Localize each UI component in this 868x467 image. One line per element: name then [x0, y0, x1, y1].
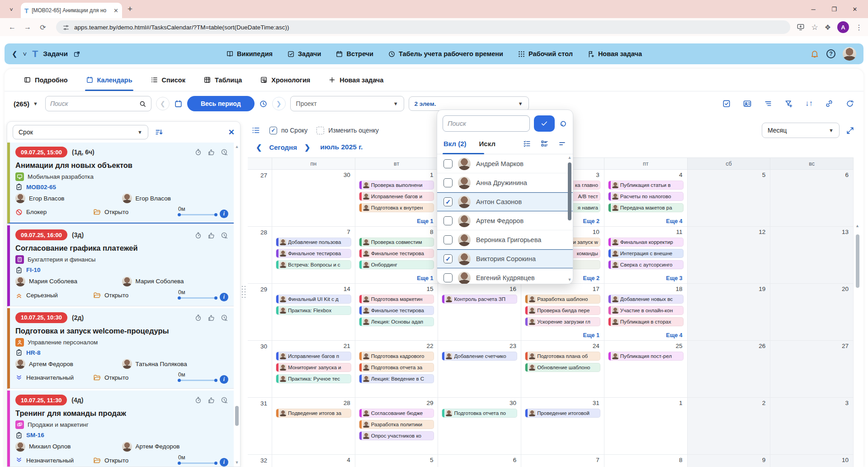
user-card-icon[interactable] — [743, 99, 752, 108]
tab-search-chevron-icon[interactable]: ˅ — [5, 4, 17, 15]
progress-slider[interactable] — [178, 380, 217, 381]
back-icon[interactable]: ← — [5, 20, 19, 34]
assignee[interactable]: Артем Федоров — [15, 359, 122, 369]
refresh-icon[interactable] — [845, 99, 854, 108]
tab-calendar[interactable]: Календарь — [86, 69, 132, 91]
sort-icon[interactable]: ↓↑ — [805, 100, 813, 108]
select-all-icon[interactable] — [523, 139, 531, 148]
checkbox-icon[interactable] — [443, 216, 453, 225]
checkbox-checked-icon[interactable]: ✓ — [443, 254, 453, 263]
thumbs-up-icon[interactable] — [208, 396, 215, 404]
calendar-event[interactable]: Онбординг — [359, 260, 434, 269]
assignee[interactable]: Михаил Орлов — [15, 442, 122, 452]
clock-icon[interactable] — [259, 99, 268, 108]
info-icon[interactable]: i — [220, 375, 228, 384]
task-title[interactable]: Подготовка и запуск welcome-процедуры — [15, 327, 228, 335]
nav-item-tasks[interactable]: Задачи — [287, 50, 321, 58]
user-filter-row[interactable]: ✓Антон Сазонов — [437, 192, 573, 211]
calendar-event[interactable]: Финальное тестирова — [276, 249, 351, 258]
nav-item-desktop[interactable]: Рабочий стол — [518, 50, 573, 58]
minimize-icon[interactable]: ─ — [803, 6, 824, 13]
calendar-event[interactable]: Практика: Flexbox — [276, 306, 351, 315]
user-filter-row[interactable]: Андрей Марков — [437, 154, 573, 173]
checkbox-icon[interactable] — [443, 159, 453, 168]
user-clock-icon[interactable] — [221, 231, 228, 239]
popup-search-input[interactable] — [443, 115, 530, 132]
assignee[interactable]: Мария Соболева — [15, 276, 122, 286]
by-due-toggle[interactable]: ✓ по Сроку — [269, 127, 307, 134]
address-bar[interactable]: apps.teamer.by/demo.html#/TasksCalendar/… — [56, 20, 790, 34]
reload-icon[interactable]: ⟳ — [36, 20, 50, 34]
task-check-icon[interactable] — [722, 99, 731, 108]
day-cell[interactable]: 5 — [688, 170, 771, 227]
extensions-icon[interactable]: ❖ — [825, 23, 831, 32]
teamer-logo[interactable]: T — [32, 48, 38, 59]
user-filter-row[interactable]: Анна Дружинина — [437, 173, 573, 192]
task-card[interactable]: 10.07.25, 11:30(4д)Тренинг для команды п… — [7, 391, 234, 467]
scroll-down-icon[interactable]: ▼ — [567, 277, 572, 282]
day-cell[interactable]: 13 — [770, 227, 854, 284]
tab-included[interactable]: Вкл (2) — [443, 140, 467, 148]
calendar-event[interactable]: Передача макетов ра — [608, 203, 684, 212]
search-input[interactable] — [50, 100, 136, 107]
day-cell[interactable]: 16Контроль расчета ЗП — [438, 284, 521, 341]
day-cell[interactable]: 15Подготовка маркетинФинальное тестирова… — [355, 284, 439, 341]
calendar-event[interactable]: Финальный UI Kit с д — [276, 295, 351, 304]
nav-back-icon[interactable]: ❮ — [12, 50, 18, 58]
user-clock-icon[interactable] — [221, 314, 228, 322]
view-mode-select[interactable]: Месяц ▼ — [762, 123, 840, 138]
calendar-event[interactable]: Ускорение загрузки гл — [525, 317, 600, 326]
day-cell[interactable]: 2 — [688, 398, 771, 455]
tab-new-task[interactable]: Новая задача — [328, 69, 383, 91]
task-key-link[interactable]: FI-10 — [26, 267, 41, 273]
task-card[interactable]: 10.07.25, 10:30(2д)Подготовка и запуск w… — [7, 308, 234, 389]
calendar-event[interactable]: Проверка совместим — [359, 238, 434, 247]
day-cell[interactable]: 1 — [604, 398, 688, 455]
day-cell[interactable]: 19 — [688, 284, 771, 341]
sidebar-close-icon[interactable]: ✕ — [228, 128, 235, 137]
calendar-event[interactable]: Исправление багов п — [276, 352, 351, 361]
day-cell[interactable]: 7Добавление пользоваФинальное тестироваВ… — [272, 227, 355, 284]
day-cell[interactable]: 30 — [272, 170, 355, 227]
calendar-event[interactable]: Проверка выполнени — [359, 181, 434, 190]
site-settings-icon[interactable] — [62, 23, 70, 31]
more-events-link[interactable]: Еще 1 — [583, 332, 599, 338]
clear-list-icon[interactable] — [558, 139, 566, 148]
stopwatch-icon[interactable] — [194, 396, 202, 404]
co-assignee[interactable]: Мария Соболева — [122, 276, 229, 286]
calendar-event[interactable]: Лекция: Основы адап — [359, 317, 434, 326]
calendar-event[interactable]: Разработка политики — [359, 420, 434, 429]
scroll-down-icon[interactable]: ▼ — [235, 460, 239, 465]
day-cell[interactable]: 17Разработка шаблоноПроверка билда переУ… — [521, 284, 604, 341]
calendar-scrollbar[interactable]: ▲ — [855, 157, 860, 467]
link-icon[interactable] — [825, 99, 834, 108]
day-cell[interactable]: 11Финальная корректирИнтеграция с внешне… — [604, 227, 688, 284]
calendar-event[interactable]: Подготовка отчета за — [359, 363, 434, 372]
day-cell[interactable]: 3 — [770, 398, 854, 455]
calendar-event[interactable]: Финальное тестирова — [359, 306, 434, 315]
calendar-event[interactable]: Сверка с аутсорсинго — [608, 260, 684, 269]
task-title[interactable]: Тренинг для команды продаж — [15, 409, 228, 418]
day-cell[interactable]: 7 — [521, 455, 604, 467]
day-cell[interactable]: 12 — [688, 227, 771, 284]
nav-item-timesheet[interactable]: Табель учета рабочего времени — [388, 50, 503, 58]
progress-slider[interactable] — [178, 297, 217, 299]
calendar-event[interactable]: Практика: Ручное тес — [276, 374, 351, 383]
sort-order-icon[interactable] — [155, 128, 164, 137]
tab-close-icon[interactable]: ✕ — [113, 7, 118, 14]
calendar-event[interactable]: Интеграция с внешне — [608, 249, 684, 258]
calendar-event[interactable]: Подготовка отчета по — [442, 409, 517, 418]
more-events-link[interactable]: Еще 1 — [417, 275, 433, 281]
change-estimate-toggle[interactable]: Изменить оценку — [316, 127, 379, 134]
calendar-event[interactable]: Добавление счетчико — [442, 352, 517, 361]
user-filter-row[interactable]: Евгений Кудрявцев — [437, 268, 573, 284]
day-cell[interactable]: 14Финальный UI Kit с дПрактика: Flexbox — [272, 284, 355, 341]
task-card[interactable]: 09.07.25, 16:00(3д)Согласование графика … — [7, 225, 234, 306]
list-detail-icon[interactable] — [540, 139, 549, 148]
calendar-event[interactable]: Публикация пост-рел — [608, 352, 684, 361]
day-cell[interactable]: 30Подготовка отчета по — [438, 398, 521, 455]
calendar-event[interactable]: Исправление багов и — [359, 192, 434, 201]
more-events-link[interactable]: Еще 2 — [583, 218, 599, 224]
align-lines-icon[interactable] — [764, 99, 773, 108]
tab-details[interactable]: Подробно — [24, 69, 68, 91]
